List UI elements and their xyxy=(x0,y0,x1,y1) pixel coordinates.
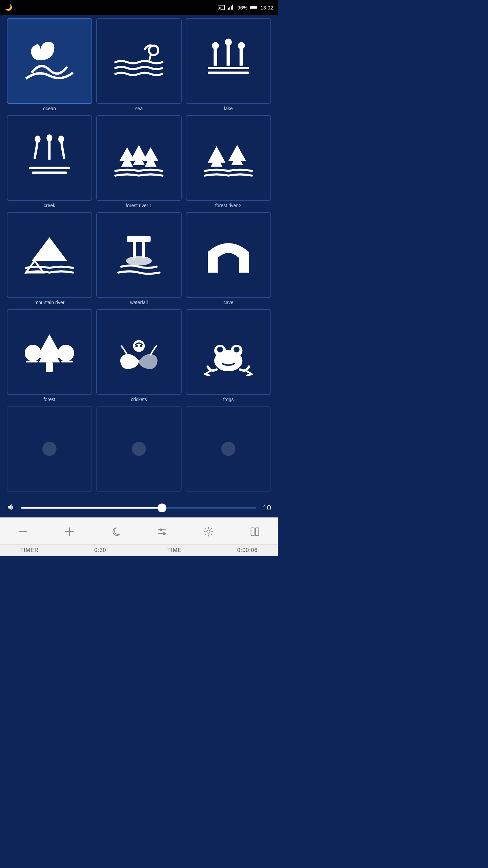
svg-rect-2 xyxy=(231,6,232,10)
sound-tile-forest-river-2[interactable] xyxy=(186,115,271,201)
sound-item-sea[interactable]: sea xyxy=(96,18,182,111)
gear-button[interactable] xyxy=(199,524,218,539)
sound-tile-cave[interactable] xyxy=(186,212,271,298)
battery-icon xyxy=(250,5,258,10)
sound-item-waterfall[interactable]: waterfall xyxy=(96,212,182,305)
plus-icon xyxy=(63,525,76,538)
sound-item-lake[interactable]: lake xyxy=(186,18,271,111)
volume-bar: 10 xyxy=(0,498,278,517)
sound-tile-partial1[interactable] xyxy=(7,406,92,492)
settings-sliders-button[interactable] xyxy=(152,524,172,539)
sound-label-frogs: frogs xyxy=(223,397,233,402)
sound-label-forest: forest xyxy=(43,397,55,402)
sound-label-forest-river-1: forest river 1 xyxy=(126,203,152,208)
sound-tile-crickets[interactable] xyxy=(96,309,182,395)
sound-item-ocean[interactable]: ocean xyxy=(7,18,92,111)
sound-item-mountain-river[interactable]: mountain river xyxy=(7,212,92,305)
volume-slider-thumb[interactable] xyxy=(158,504,166,512)
sound-item-partial1[interactable] xyxy=(7,406,92,492)
svg-rect-3 xyxy=(232,5,233,10)
timer-label: TIMER xyxy=(20,547,39,553)
svg-point-54 xyxy=(221,442,236,456)
svg-point-18 xyxy=(35,136,41,143)
svg-point-42 xyxy=(25,345,41,361)
sound-grid: ocean sea lake creek xyxy=(7,18,271,492)
sleep-moon-icon xyxy=(109,525,122,538)
sound-item-forest[interactable]: forest xyxy=(7,309,92,402)
sound-label-waterfall: waterfall xyxy=(130,300,148,305)
sound-tile-waterfall[interactable] xyxy=(96,212,182,298)
sound-label-creek: creek xyxy=(44,203,55,208)
grid-area: ocean sea lake creek xyxy=(0,15,278,498)
sound-tile-forest-river-1[interactable] xyxy=(96,115,182,201)
sound-tile-partial2[interactable] xyxy=(96,406,182,492)
svg-marker-26 xyxy=(143,147,158,161)
sound-item-frogs[interactable]: frogs xyxy=(186,309,271,402)
remove-button[interactable] xyxy=(13,524,33,539)
sound-tile-frogs[interactable] xyxy=(186,309,271,395)
sound-tile-ocean[interactable] xyxy=(7,18,92,104)
svg-point-7 xyxy=(149,46,159,55)
sound-tile-lake[interactable] xyxy=(186,18,271,104)
svg-rect-39 xyxy=(46,362,53,372)
volume-value: 10 xyxy=(261,504,271,512)
svg-point-53 xyxy=(132,442,146,456)
sound-item-forest-river-2[interactable]: forest river 2 xyxy=(186,115,271,208)
time-text: 13:02 xyxy=(260,5,273,11)
gear-icon xyxy=(202,525,215,538)
svg-marker-28 xyxy=(208,146,225,163)
bottom-status-bar: TIMER 0:30 TIME 0:00:06 xyxy=(0,544,278,556)
svg-point-20 xyxy=(58,136,64,143)
status-right: 96% 13:02 xyxy=(218,4,273,11)
sound-label-sea: sea xyxy=(135,106,143,111)
sound-item-crickets[interactable]: crickets xyxy=(96,309,182,402)
svg-point-45 xyxy=(136,345,138,347)
sound-tile-mountain-river[interactable] xyxy=(7,212,92,298)
svg-point-36 xyxy=(126,256,152,265)
svg-point-44 xyxy=(133,340,145,352)
sound-tile-sea[interactable] xyxy=(96,18,182,104)
sound-item-cave[interactable]: cave xyxy=(186,212,271,305)
svg-rect-1 xyxy=(229,7,230,9)
volume-icon xyxy=(7,502,16,513)
sound-label-forest-river-2: forest river 2 xyxy=(215,203,242,208)
svg-point-50 xyxy=(217,347,223,352)
panels-button[interactable] xyxy=(245,524,265,539)
sound-tile-forest[interactable] xyxy=(7,309,92,395)
svg-rect-64 xyxy=(256,528,259,536)
sound-item-partial2[interactable] xyxy=(96,406,182,492)
svg-point-19 xyxy=(46,135,52,142)
svg-rect-34 xyxy=(133,242,136,259)
svg-rect-63 xyxy=(251,528,254,536)
sleep-button[interactable] xyxy=(106,524,126,539)
sound-label-cave: cave xyxy=(223,300,233,305)
sound-item-partial3[interactable] xyxy=(186,406,271,492)
svg-point-15 xyxy=(238,42,245,49)
svg-marker-30 xyxy=(228,145,246,161)
sound-tile-partial3[interactable] xyxy=(186,406,271,492)
svg-point-43 xyxy=(58,345,74,361)
minus-icon xyxy=(17,525,29,538)
status-bar: 🌙 96% 13:02 xyxy=(0,0,278,15)
signal-icon xyxy=(228,4,235,11)
sound-item-creek[interactable]: creek xyxy=(7,115,92,208)
sliders-icon xyxy=(156,525,168,538)
panels-icon xyxy=(248,525,261,538)
volume-slider-fill xyxy=(21,507,162,509)
svg-rect-16 xyxy=(29,167,70,169)
toolbar xyxy=(0,517,278,544)
svg-point-62 xyxy=(207,530,210,533)
svg-point-52 xyxy=(42,442,57,456)
sound-tile-creek[interactable] xyxy=(7,115,92,201)
svg-rect-14 xyxy=(240,48,243,66)
add-button[interactable] xyxy=(60,524,79,539)
sound-item-forest-river-1[interactable]: forest river 1 xyxy=(96,115,182,208)
cast-icon xyxy=(218,4,225,11)
svg-point-13 xyxy=(225,39,232,46)
timer-value: 0:30 xyxy=(94,547,106,553)
sound-label-lake: lake xyxy=(224,106,233,111)
volume-slider-track[interactable] xyxy=(21,507,256,509)
svg-rect-5 xyxy=(257,6,258,8)
svg-marker-31 xyxy=(32,237,67,261)
svg-rect-12 xyxy=(227,44,230,65)
